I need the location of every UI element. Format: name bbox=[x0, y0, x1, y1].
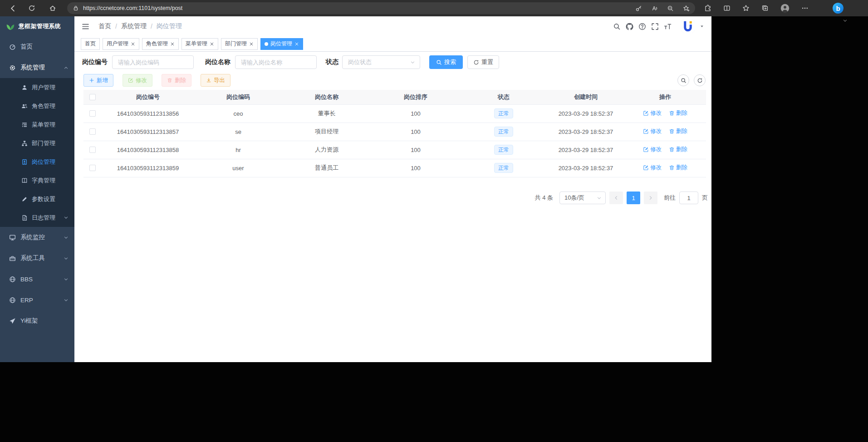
search-icon bbox=[436, 59, 442, 65]
add-button-label: 新增 bbox=[97, 77, 108, 84]
status-badge: 正常 bbox=[494, 127, 513, 137]
sidebar-item-roles[interactable]: 角色管理 bbox=[0, 97, 74, 115]
breadcrumb-home[interactable]: 首页 bbox=[98, 22, 111, 30]
delete-button[interactable]: 删除 bbox=[162, 74, 191, 87]
address-bar[interactable]: https://ccnetcore.com:1101/system/post bbox=[67, 2, 695, 14]
split-screen-icon[interactable] bbox=[723, 5, 731, 12]
cell-post-id: 1641030593112313858 bbox=[102, 141, 194, 159]
row-edit-link[interactable]: 修改 bbox=[643, 146, 662, 153]
password-key-icon[interactable] bbox=[635, 5, 642, 12]
export-button[interactable]: 导出 bbox=[201, 74, 230, 87]
bing-copilot-icon[interactable]: b bbox=[832, 2, 844, 14]
zoom-icon[interactable] bbox=[667, 5, 674, 12]
font-size-icon[interactable] bbox=[664, 23, 672, 30]
row-edit-link[interactable]: 修改 bbox=[643, 109, 662, 117]
row-checkbox[interactable] bbox=[89, 110, 96, 117]
tab-menu-management[interactable]: 菜单管理 bbox=[181, 38, 218, 50]
refresh-table-icon[interactable] bbox=[694, 74, 706, 86]
table-row: 1641030593112313858 hr 人力资源 100 正常 2023-… bbox=[83, 141, 706, 159]
profile-icon[interactable] bbox=[780, 4, 790, 13]
cell-created-time: 2023-03-29 18:52:37 bbox=[547, 159, 624, 177]
sidebar-toggle[interactable] bbox=[82, 23, 89, 30]
extensions-icon[interactable] bbox=[704, 5, 711, 12]
read-aloud-icon[interactable] bbox=[651, 5, 658, 12]
sidebar-item-label: BBS bbox=[20, 276, 59, 283]
sidebar-item-dictionary[interactable]: 字典管理 bbox=[0, 171, 74, 190]
sidebar-item-yi-framework[interactable]: Yi框架 bbox=[0, 310, 74, 331]
close-icon[interactable] bbox=[131, 42, 135, 46]
github-icon[interactable] bbox=[626, 23, 633, 30]
fullscreen-icon[interactable] bbox=[651, 23, 659, 30]
sidebar-item-system[interactable]: 系统管理 bbox=[0, 57, 74, 78]
breadcrumb-system[interactable]: 系统管理 bbox=[121, 22, 147, 30]
tab-label: 角色管理 bbox=[146, 40, 168, 48]
post-code-input[interactable] bbox=[112, 55, 194, 69]
sidebar-item-label: 首页 bbox=[20, 43, 69, 51]
leaf-logo-icon bbox=[6, 22, 15, 31]
close-icon[interactable] bbox=[210, 42, 214, 46]
browser-back-button[interactable] bbox=[6, 2, 19, 15]
page-number-button[interactable]: 1 bbox=[627, 192, 640, 204]
row-edit-link[interactable]: 修改 bbox=[643, 164, 662, 172]
reset-button[interactable]: 重置 bbox=[467, 55, 499, 69]
row-delete-link[interactable]: 删除 bbox=[669, 109, 687, 117]
edit-button[interactable]: 修改 bbox=[123, 74, 152, 87]
row-checkbox[interactable] bbox=[89, 165, 96, 171]
search-button[interactable]: 搜索 bbox=[429, 55, 463, 69]
sidebar-collapse-caret-icon[interactable] bbox=[843, 18, 848, 23]
sidebar-item-logs[interactable]: 日志管理 bbox=[0, 208, 74, 227]
collections-icon[interactable] bbox=[761, 5, 769, 12]
avatar-caret-icon[interactable] bbox=[700, 24, 704, 29]
tags-view-bar: 首页 用户管理 角色管理 菜单管理 部门管理 岗位管理 bbox=[74, 36, 711, 52]
help-icon[interactable] bbox=[638, 23, 646, 30]
prev-page-button[interactable] bbox=[609, 192, 623, 204]
close-icon[interactable] bbox=[294, 42, 299, 46]
browser-refresh-button[interactable] bbox=[25, 2, 38, 15]
close-icon[interactable] bbox=[249, 42, 254, 46]
cell-post-code: se bbox=[194, 123, 282, 141]
row-delete-link[interactable]: 删除 bbox=[669, 146, 687, 153]
row-checkbox[interactable] bbox=[89, 128, 96, 135]
browser-home-button[interactable] bbox=[46, 2, 59, 15]
show-search-icon[interactable] bbox=[677, 74, 689, 86]
next-page-button[interactable] bbox=[644, 192, 657, 204]
row-delete-link[interactable]: 删除 bbox=[669, 128, 687, 135]
sidebar-item-monitoring[interactable]: 系统监控 bbox=[0, 227, 74, 248]
sidebar-item-menus[interactable]: 菜单管理 bbox=[0, 115, 74, 134]
goto-label: 前往 bbox=[664, 194, 676, 202]
sidebar-item-users[interactable]: 用户管理 bbox=[0, 78, 74, 97]
site-lock-icon[interactable] bbox=[73, 5, 79, 11]
tab-department-management[interactable]: 部门管理 bbox=[221, 38, 258, 50]
sidebar-item-home[interactable]: 首页 bbox=[0, 36, 74, 57]
close-icon[interactable] bbox=[170, 42, 175, 46]
row-edit-link[interactable]: 修改 bbox=[643, 128, 662, 135]
tab-post-management[interactable]: 岗位管理 bbox=[260, 38, 303, 50]
goto-unit-label: 页 bbox=[702, 194, 708, 202]
row-delete-link[interactable]: 删除 bbox=[669, 164, 687, 172]
page-viewport: 意框架管理系统 首页 系统管理 用户管理 角色管理 菜单管理 bbox=[0, 16, 711, 362]
add-button[interactable]: 新增 bbox=[83, 74, 113, 87]
sidebar-item-tools[interactable]: 系统工具 bbox=[0, 248, 74, 269]
add-favorite-icon[interactable] bbox=[683, 5, 690, 12]
cell-created-time: 2023-03-29 18:52:37 bbox=[547, 123, 624, 141]
tab-user-management[interactable]: 用户管理 bbox=[103, 38, 139, 50]
sidebar-item-parameters[interactable]: 参数设置 bbox=[0, 190, 74, 208]
tab-home[interactable]: 首页 bbox=[81, 38, 100, 50]
tab-role-management[interactable]: 角色管理 bbox=[142, 38, 179, 50]
select-all-checkbox[interactable] bbox=[89, 94, 96, 100]
sidebar-item-erp[interactable]: ERP bbox=[0, 290, 74, 310]
sidebar-item-departments[interactable]: 部门管理 bbox=[0, 134, 74, 152]
avatar[interactable] bbox=[681, 20, 695, 33]
post-name-input[interactable] bbox=[235, 55, 317, 69]
goto-page-input[interactable] bbox=[679, 192, 698, 204]
browser-menu-icon[interactable] bbox=[801, 5, 809, 12]
edit-button-label: 修改 bbox=[136, 77, 147, 84]
favorites-icon[interactable] bbox=[742, 5, 750, 12]
row-checkbox[interactable] bbox=[89, 147, 96, 153]
header-search-icon[interactable] bbox=[613, 23, 621, 30]
sidebar-item-posts[interactable]: 岗位管理 bbox=[0, 152, 74, 171]
page-size-select[interactable]: 10条/页 bbox=[559, 192, 606, 204]
status-select[interactable]: 岗位状态 bbox=[342, 55, 420, 69]
sidebar-item-bbs[interactable]: BBS bbox=[0, 269, 74, 290]
system-submenu: 用户管理 角色管理 菜单管理 部门管理 岗位管理 字典管理 bbox=[0, 78, 74, 227]
